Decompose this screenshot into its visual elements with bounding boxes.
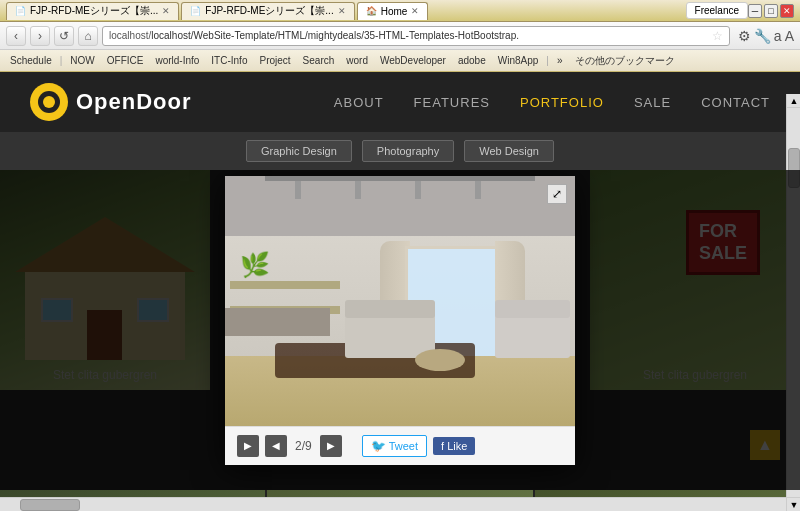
twitter-icon: 🐦 — [371, 439, 386, 453]
star-icon[interactable]: ☆ — [712, 29, 723, 43]
nav-icons: ⚙ 🔧 a A — [738, 28, 794, 44]
reload-button[interactable]: ↺ — [54, 26, 74, 46]
site-header: OpenDoor ABOUT FEATURES PORTFOLIO SALE C… — [0, 72, 800, 132]
logo: OpenDoor — [30, 83, 192, 121]
window-controls: ─ □ ✕ — [748, 4, 794, 18]
play-button[interactable]: ▶ — [237, 435, 259, 457]
slide-counter: 2/9 — [295, 439, 312, 453]
light-1 — [295, 181, 301, 199]
light-3 — [415, 181, 421, 199]
sofa-right — [495, 313, 570, 358]
light-track — [265, 176, 535, 181]
nav-contact[interactable]: CONTACT — [701, 95, 770, 110]
freelance-tab: Freelance — [686, 2, 748, 19]
modal-overlay[interactable]: 🌿 🌿 — [0, 170, 800, 490]
logo-icon — [30, 83, 68, 121]
tab-home-close[interactable]: ✕ — [411, 6, 419, 16]
tab-2[interactable]: 📄 FJP-RFD-MEシリーズ【崇... ✕ — [181, 2, 354, 20]
bookmark-office[interactable]: OFFICE — [103, 54, 148, 67]
minimize-button[interactable]: ─ — [748, 4, 762, 18]
portfolio-grid: Stet clita gubergren FORSALE Stet clita … — [0, 170, 800, 490]
modal-image: 🌿 🌿 — [225, 176, 575, 426]
next-button[interactable]: ▶ — [320, 435, 342, 457]
light-2 — [355, 181, 361, 199]
bookmarks-bar: Schedule | NOW OFFICE world-Info ITC-Inf… — [0, 50, 800, 72]
tab-2-close[interactable]: ✕ — [338, 6, 346, 16]
bookmark-search[interactable]: Search — [299, 54, 339, 67]
light-4 — [475, 181, 481, 199]
filter-web-design[interactable]: Web Design — [464, 140, 554, 162]
tab-1[interactable]: 📄 FJP-RFD-MEシリーズ【崇... ✕ — [6, 2, 179, 20]
tab-home[interactable]: 🏠 Home ✕ — [357, 2, 429, 20]
bookmark-win8app[interactable]: Win8App — [494, 54, 543, 67]
website-content: OpenDoor ABOUT FEATURES PORTFOLIO SALE C… — [0, 72, 800, 511]
room-ceiling — [225, 176, 575, 236]
settings-icon[interactable]: ⚙ — [738, 28, 751, 44]
bookmark-adobe[interactable]: adobe — [454, 54, 490, 67]
scroll-down-arrow[interactable]: ▼ — [787, 497, 800, 511]
bookmark-project[interactable]: Project — [255, 54, 294, 67]
tweet-button[interactable]: 🐦 Tweet — [362, 435, 427, 457]
logo-text: OpenDoor — [76, 89, 192, 115]
back-button[interactable]: ‹ — [6, 26, 26, 46]
modal-controls: ▶ ◀ 2/9 ▶ 🐦 Tweet f Like — [225, 426, 575, 465]
title-bar: 📄 FJP-RFD-MEシリーズ【崇... ✕ 📄 FJP-RFD-MEシリーズ… — [0, 0, 800, 22]
nav-about[interactable]: ABOUT — [334, 95, 384, 110]
extension-icon[interactable]: 🔧 — [754, 28, 771, 44]
bookmark-now[interactable]: NOW — [66, 54, 98, 67]
expand-icon[interactable]: ⤢ — [547, 184, 567, 204]
amazon-icon[interactable]: a — [774, 28, 782, 44]
prev-button[interactable]: ◀ — [265, 435, 287, 457]
sofa-left — [345, 313, 435, 358]
forward-button[interactable]: › — [30, 26, 50, 46]
facebook-button[interactable]: f Like — [433, 437, 475, 455]
horizontal-scrollbar[interactable] — [0, 497, 786, 511]
bookmark-schedule[interactable]: Schedule — [6, 54, 56, 67]
nav-bar: ‹ › ↺ ⌂ localhost/localhost/WebSite-Temp… — [0, 22, 800, 50]
bookmark-more[interactable]: » — [553, 54, 567, 67]
nav-portfolio[interactable]: PORTFOLIO — [520, 95, 604, 110]
bookmark-world-info[interactable]: world-Info — [151, 54, 203, 67]
bookmark-itc-info[interactable]: ITC-Info — [207, 54, 251, 67]
modal-box: 🌿 🌿 — [225, 176, 575, 465]
bookmark-webdev[interactable]: WebDeveloper — [376, 54, 450, 67]
address-bar[interactable]: localhost/localhost/WebSite-Template/HTM… — [102, 26, 730, 46]
filter-photography[interactable]: Photography — [362, 140, 454, 162]
room-illustration: 🌿 🌿 — [225, 176, 575, 426]
coffee-table — [415, 349, 465, 371]
filter-graphic-design[interactable]: Graphic Design — [246, 140, 352, 162]
close-button[interactable]: ✕ — [780, 4, 794, 18]
tv-stand — [225, 308, 330, 336]
sofa-left-back — [345, 300, 435, 318]
tab-1-close[interactable]: ✕ — [162, 6, 170, 16]
sofa-right-back — [495, 300, 570, 318]
translate-icon[interactable]: A — [785, 28, 794, 44]
scroll-up-arrow[interactable]: ▲ — [787, 94, 800, 108]
plant-1: 🌿 — [240, 251, 270, 279]
bookmark-other[interactable]: その他のブックマーク — [571, 53, 679, 69]
browser-window: 📄 FJP-RFD-MEシリーズ【崇... ✕ 📄 FJP-RFD-MEシリーズ… — [0, 0, 800, 511]
maximize-button[interactable]: □ — [764, 4, 778, 18]
hscroll-thumb[interactable] — [20, 499, 80, 511]
home-button[interactable]: ⌂ — [78, 26, 98, 46]
nav-features[interactable]: FEATURES — [414, 95, 490, 110]
shelf-top — [230, 281, 340, 289]
bookmark-word[interactable]: word — [342, 54, 372, 67]
site-nav: ABOUT FEATURES PORTFOLIO SALE CONTACT — [334, 95, 770, 110]
tabs-container: 📄 FJP-RFD-MEシリーズ【崇... ✕ 📄 FJP-RFD-MEシリーズ… — [6, 2, 428, 20]
nav-sale[interactable]: SALE — [634, 95, 671, 110]
filter-bar: Graphic Design Photography Web Design — [0, 132, 800, 170]
